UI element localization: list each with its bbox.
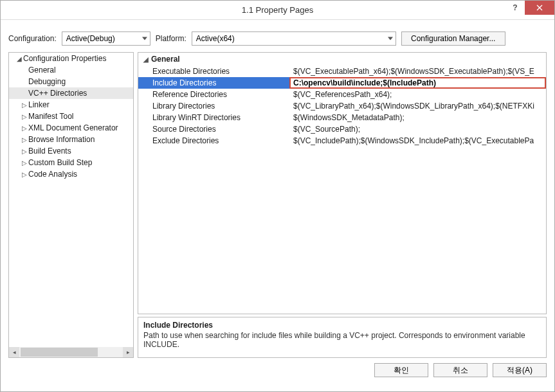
property-tree[interactable]: ◢Configuration Properties GeneralDebuggi…	[8, 52, 134, 358]
platform-value: Active(x64)	[196, 34, 235, 43]
property-name: Source Directories	[138, 125, 289, 134]
configuration-value: Active(Debug)	[66, 34, 115, 43]
property-row[interactable]: Library Directories$(VC_LibraryPath_x64)…	[138, 100, 546, 112]
property-row[interactable]: Reference Directories$(VC_ReferencesPath…	[138, 89, 546, 100]
tree-item-label: Manifest Tool	[28, 112, 73, 121]
property-row[interactable]: Exclude Directories$(VC_IncludePath);$(W…	[138, 135, 546, 147]
tree-item-label: Browse Information	[28, 135, 95, 144]
cancel-button[interactable]: 취소	[433, 363, 487, 377]
help-button[interactable]: ?	[505, 1, 525, 15]
triangle-right-icon: ▷	[21, 171, 28, 178]
property-name: Include Directories	[138, 78, 289, 87]
scroll-track[interactable]	[19, 347, 123, 357]
property-value: $(VC_IncludePath);$(WindowsSDK_IncludePa…	[289, 136, 546, 145]
tree-item[interactable]: ▷Browse Information	[9, 134, 133, 145]
configuration-manager-button[interactable]: Configuration Manager...	[401, 31, 505, 46]
ok-button[interactable]: 확인	[374, 363, 428, 377]
group-title: General	[151, 55, 180, 64]
triangle-right-icon: ▷	[21, 148, 28, 155]
triangle-down-icon: ◢	[143, 56, 149, 63]
scroll-right-button[interactable]: ▸	[123, 347, 133, 357]
property-row[interactable]: Source Directories$(VC_SourcePath);	[138, 123, 546, 135]
tree-item[interactable]: ▷Manifest Tool	[9, 111, 133, 122]
tree-item[interactable]: ▷Custom Build Step	[9, 157, 133, 168]
description-title: Include Directories	[143, 321, 541, 330]
tree-item-label: General	[28, 66, 56, 75]
platform-select[interactable]: Active(x64)	[192, 31, 396, 46]
description-body: Path to use when searching for include f…	[143, 331, 541, 349]
property-value[interactable]: C:\opencv\build\include;$(IncludePath)	[289, 77, 546, 89]
tree-item-label: Linker	[28, 100, 50, 109]
triangle-right-icon: ▷	[21, 136, 28, 143]
property-row[interactable]: Library WinRT Directories$(WindowsSDK_Me…	[138, 112, 546, 123]
group-header[interactable]: ◢ General	[138, 53, 546, 66]
property-value: $(VC_LibraryPath_x64);$(WindowsSDK_Libra…	[289, 102, 546, 111]
property-grid[interactable]: ◢ General Executable Directories$(VC_Exe…	[138, 52, 547, 314]
tree-item[interactable]: VC++ Directories	[9, 87, 133, 99]
close-icon	[536, 4, 543, 11]
property-name: Exclude Directories	[138, 136, 289, 145]
property-name: Library WinRT Directories	[138, 113, 289, 122]
property-name: Reference Directories	[138, 90, 289, 99]
tree-horizontal-scrollbar[interactable]: ◂ ▸	[9, 347, 133, 357]
property-name: Library Directories	[138, 102, 289, 111]
close-button[interactable]	[525, 1, 554, 15]
tree-item[interactable]: Debugging	[9, 76, 133, 87]
tree-item[interactable]: ▷Build Events	[9, 145, 133, 157]
tree-item-label: Debugging	[28, 77, 66, 86]
triangle-right-icon: ▷	[21, 159, 28, 166]
scroll-left-button[interactable]: ◂	[9, 347, 19, 357]
property-row[interactable]: Include DirectoriesC:\opencv\build\inclu…	[138, 77, 546, 89]
property-name: Executable Directories	[138, 67, 289, 76]
property-value: $(WindowsSDK_MetadataPath);	[289, 113, 546, 122]
scroll-thumb[interactable]	[21, 348, 98, 357]
dialog-buttons: 확인 취소 적용(A)	[1, 358, 554, 382]
property-value: $(VC_ReferencesPath_x64);	[289, 90, 546, 99]
chevron-down-icon	[388, 37, 393, 40]
platform-label: Platform:	[156, 34, 187, 43]
property-value: $(VC_ExecutablePath_x64);$(WindowsSDK_Ex…	[289, 67, 546, 76]
triangle-right-icon: ▷	[21, 113, 28, 120]
apply-button[interactable]: 적용(A)	[493, 363, 547, 377]
tree-item[interactable]: ▷Code Analysis	[9, 168, 133, 180]
triangle-right-icon: ▷	[21, 125, 28, 132]
chevron-down-icon	[142, 37, 147, 40]
property-value: $(VC_SourcePath);	[289, 125, 546, 134]
triangle-right-icon: ▷	[21, 102, 28, 109]
configuration-label: Configuration:	[8, 34, 57, 43]
config-bar: Configuration: Active(Debug) Platform: A…	[1, 20, 554, 52]
tree-item-label: XML Document Generator	[28, 123, 118, 132]
configuration-select[interactable]: Active(Debug)	[62, 31, 150, 46]
property-row[interactable]: Executable Directories$(VC_ExecutablePat…	[138, 66, 546, 77]
description-panel: Include Directories Path to use when sea…	[138, 317, 547, 358]
triangle-down-icon: ◢	[15, 55, 23, 62]
tree-item-label: Build Events	[28, 147, 71, 156]
tree-item-label: VC++ Directories	[28, 89, 87, 98]
tree-root[interactable]: ◢Configuration Properties	[9, 53, 133, 64]
titlebar: 1.1 Property Pages ?	[1, 1, 554, 20]
tree-item-label: Custom Build Step	[28, 158, 92, 167]
tree-item[interactable]: ▷Linker	[9, 99, 133, 111]
tree-item-label: Code Analysis	[28, 170, 77, 179]
tree-item[interactable]: General	[9, 64, 133, 76]
tree-item[interactable]: ▷XML Document Generator	[9, 122, 133, 134]
window-title: 1.1 Property Pages	[242, 5, 313, 15]
